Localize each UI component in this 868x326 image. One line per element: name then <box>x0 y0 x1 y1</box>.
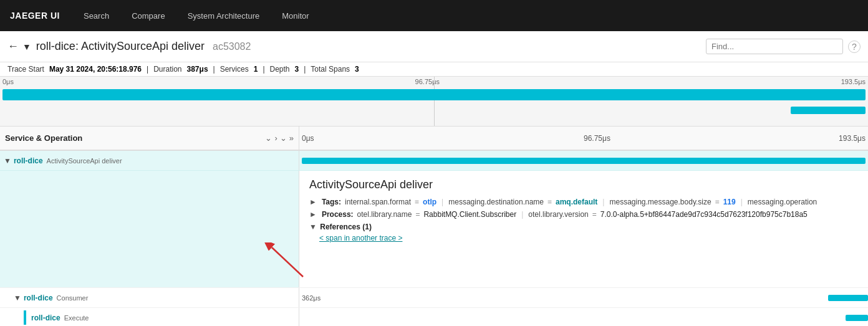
span-row-right-2: 362μs <box>299 288 868 307</box>
tag-key-0: internal.span.format <box>345 198 411 206</box>
detail-refs-row: ▼ References (1) <box>309 223 858 231</box>
tick-0: 0μs <box>2 78 14 85</box>
span-op-3: Execute <box>64 314 89 322</box>
spans-header-row: Service & Operation ⌄ › ⌄ » 0μs 96.75μs … <box>0 127 868 151</box>
trace-start-label: Trace Start <box>7 65 44 74</box>
find-box[interactable] <box>706 39 843 54</box>
refs-label: References (1) <box>320 223 372 231</box>
span-toggle-1[interactable]: ▼ <box>4 156 11 165</box>
back-button[interactable]: ← <box>7 40 19 53</box>
tag-key-3: messaging.operation <box>748 198 817 206</box>
detail-tags-row: ► Tags: internal.span.format = otlp | me… <box>309 198 858 206</box>
span-bar-2 <box>828 295 868 301</box>
nav-brand: JAEGER UI <box>10 11 60 21</box>
arrow-svg <box>253 242 328 280</box>
trace-total-spans: 3 <box>355 65 359 74</box>
timeline-col-header: 0μs 96.75μs 193.5μs <box>299 127 868 150</box>
span-row-left-3: roll-dice Execute <box>0 308 299 326</box>
services-label: Services <box>220 65 249 74</box>
sort-down-icon[interactable]: ⌄ <box>265 133 272 143</box>
collapse-button[interactable]: ▼ <box>22 42 31 52</box>
total-spans-label: Total Spans <box>311 65 350 74</box>
span-row-right-3 <box>299 308 868 326</box>
trace-duration: 387μs <box>187 65 208 74</box>
nav-monitor[interactable]: Monitor <box>273 6 317 26</box>
nav-search[interactable]: Search <box>75 6 118 26</box>
table-row: roll-dice Execute <box>0 308 868 326</box>
nav-system-arch[interactable]: System Architecture <box>179 6 269 26</box>
trace-operation: ActivitySourceApi deliver <box>81 40 205 52</box>
trace-start-time: May 31 2024, 20:56:18.976 <box>49 65 142 74</box>
span-bar-1 <box>302 158 866 164</box>
process-val-1: 7.0.0-alpha.5+bf86447ade9d7c934c5d7623f1… <box>600 210 808 219</box>
tag-val-1: amq.default <box>556 198 597 206</box>
span-col-title: Service & Operation <box>5 133 265 143</box>
tick-2: 193.5μs <box>841 78 866 85</box>
table-row: ▼ roll-dice Consumer 362μs <box>0 288 868 308</box>
tl-tick-0: 0μs <box>302 134 314 143</box>
sort-right-icon[interactable]: › <box>274 133 277 143</box>
span-left-bar-3 <box>24 310 26 325</box>
trace-id: ac53082 <box>213 41 251 52</box>
timeline-main-bar <box>2 89 866 100</box>
arrow-annotation <box>309 242 858 280</box>
trace-service: roll-dice <box>36 40 75 52</box>
span-time-2: 362μs <box>302 294 321 302</box>
nav-compare[interactable]: Compare <box>123 6 173 26</box>
tl-tick-2: 193.5μs <box>839 134 866 143</box>
col-sort-icons: ⌄ › ⌄ » <box>265 133 294 143</box>
top-nav: JAEGER UI Search Compare System Architec… <box>0 0 868 31</box>
duration-label: Duration <box>153 65 181 74</box>
sort-right-end-icon[interactable]: » <box>289 133 294 143</box>
tick-1: 96.75μs <box>415 78 440 85</box>
detail-title: ActivitySourceApi deliver <box>309 178 858 191</box>
tags-expand-icon[interactable]: ► <box>309 198 317 206</box>
find-input[interactable] <box>711 42 837 51</box>
span-op-2: Consumer <box>57 294 89 302</box>
help-button[interactable]: ? <box>848 41 861 53</box>
process-val-0: RabbitMQ.Client.Subscriber <box>423 210 516 219</box>
depth-label: Depth <box>270 65 290 74</box>
sort-down-end-icon[interactable]: ⌄ <box>280 133 287 143</box>
span-service-1: roll-dice <box>14 156 43 165</box>
tl-tick-1: 96.75μs <box>584 134 610 143</box>
tag-key-2: messaging.message.body.size <box>609 198 711 206</box>
tags-label: Tags: <box>322 198 341 206</box>
spans-rows: ▼ roll-dice ActivitySourceApi deliver Ac… <box>0 151 868 326</box>
span-op-1: ActivitySourceApi deliver <box>47 157 122 165</box>
trace-depth: 3 <box>295 65 299 74</box>
table-row: ▼ roll-dice ActivitySourceApi deliver Ac… <box>0 151 868 288</box>
trace-title: roll-dice: ActivitySourceApi deliver ac5… <box>36 40 706 53</box>
span-row-left-2: ▼ roll-dice Consumer <box>0 288 299 307</box>
refs-link-row: < span in another trace > <box>309 234 858 242</box>
timeline-sub-bar <box>791 107 866 114</box>
tag-val-2: 119 <box>723 198 736 206</box>
trace-header: ← ▼ roll-dice: ActivitySourceApi deliver… <box>0 31 868 62</box>
process-expand-icon[interactable]: ► <box>309 210 317 219</box>
timeline-overview: 0μs 96.75μs 193.5μs <box>0 77 868 127</box>
process-key-0: otel.library.name <box>357 210 412 219</box>
span-toggle-2[interactable]: ▼ <box>14 294 21 302</box>
main-container: JAEGER UI Search Compare System Architec… <box>0 0 868 326</box>
timeline-vline-mid <box>434 77 435 126</box>
tag-val-0: otlp <box>423 198 436 206</box>
refs-expand-icon[interactable]: ▼ <box>309 223 317 231</box>
refs-link[interactable]: < span in another trace > <box>319 234 402 242</box>
trace-meta: Trace Start May 31 2024, 20:56:18.976 | … <box>0 62 868 77</box>
span-bar-3 <box>846 315 868 321</box>
trace-services: 1 <box>254 65 258 74</box>
span-col-header: Service & Operation ⌄ › ⌄ » <box>0 127 299 150</box>
process-label: Process: <box>322 210 354 219</box>
span-detail-right: ActivitySourceApi deliver ► Tags: intern… <box>299 171 868 287</box>
detail-process-row: ► Process: otel.library.name = RabbitMQ.… <box>309 210 858 219</box>
svg-line-1 <box>272 247 303 277</box>
span-service-2: roll-dice <box>24 294 53 302</box>
tag-key-1: messaging.destination.name <box>448 198 544 206</box>
process-key-1: otel.library.version <box>528 210 588 219</box>
span-service-3: roll-dice <box>31 314 60 322</box>
